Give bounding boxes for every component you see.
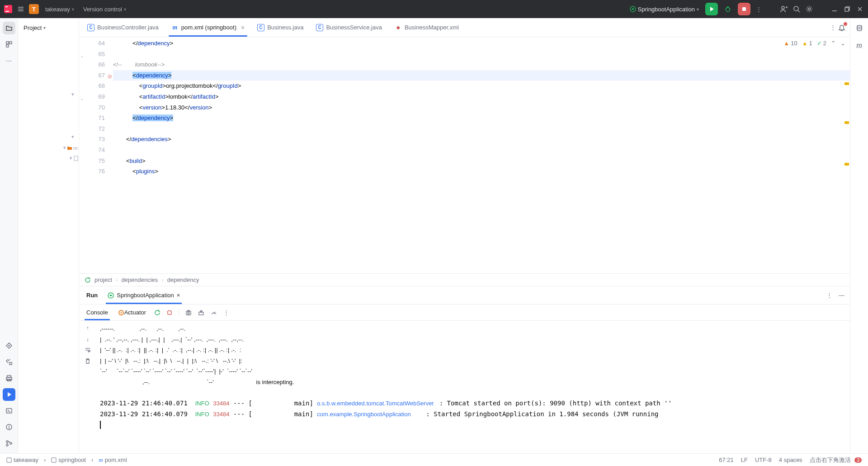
git-tool-icon[interactable] bbox=[3, 437, 15, 450]
database-tool-icon[interactable] bbox=[853, 22, 866, 34]
svg-rect-51 bbox=[7, 458, 11, 462]
maven-tool-icon[interactable]: m bbox=[853, 39, 866, 52]
print-tool-icon[interactable] bbox=[3, 372, 15, 385]
spring-icon bbox=[630, 6, 636, 12]
tab-more-icon[interactable]: ⋮ bbox=[828, 23, 837, 32]
sb-module-takeaway[interactable]: takeaway bbox=[5, 456, 40, 463]
problems-tool-icon[interactable] bbox=[3, 421, 15, 433]
scroll-down-icon[interactable]: ↓ bbox=[86, 336, 90, 342]
terminal-tool-icon[interactable] bbox=[3, 404, 15, 417]
run-config-tab[interactable]: SpringbootApplication × bbox=[106, 286, 182, 304]
sb-line-sep[interactable]: LF bbox=[739, 456, 750, 463]
project-tool-title[interactable]: Project ▾ bbox=[24, 24, 46, 31]
svg-rect-23 bbox=[9, 42, 12, 44]
scroll-up-icon[interactable]: ↑ bbox=[86, 324, 90, 331]
breadcrumbs[interactable]: project› dependencies› dependency bbox=[79, 273, 850, 286]
run-panel: Run SpringbootApplication × ⋮ — Console bbox=[79, 286, 850, 453]
titlebar: T takeaway▾ Version control▾ SpringbootA… bbox=[0, 0, 868, 18]
crumb-project[interactable]: project bbox=[94, 276, 112, 283]
editor-tab[interactable]: CBusinessController.java bbox=[81, 18, 165, 37]
vcs-label: Version control bbox=[83, 6, 122, 13]
more-tool-icon[interactable]: ⋯ bbox=[3, 54, 15, 67]
inspections-widget[interactable]: ▲10 ▲1 ✓2 ⌃ ⌄ bbox=[783, 40, 845, 47]
close-icon[interactable]: × bbox=[177, 292, 180, 299]
export-icon[interactable] bbox=[198, 309, 204, 316]
close-icon[interactable]: × bbox=[241, 24, 245, 31]
svg-point-41 bbox=[120, 312, 122, 313]
marker-strip[interactable] bbox=[844, 37, 850, 273]
svg-rect-19 bbox=[845, 8, 849, 11]
camera-icon[interactable] bbox=[185, 309, 192, 316]
stop-button[interactable] bbox=[738, 3, 750, 15]
play-icon bbox=[708, 6, 715, 12]
trash-icon[interactable] bbox=[85, 358, 91, 364]
code-area[interactable]: 64⌄6566◎6768⌄6970717273747576 </dependen… bbox=[79, 37, 850, 273]
refresh-icon[interactable] bbox=[85, 277, 91, 283]
sb-encoding[interactable]: UTF-8 bbox=[753, 456, 774, 463]
editor-tab[interactable]: CBusinessService.java bbox=[310, 18, 388, 37]
svg-point-50 bbox=[857, 25, 862, 27]
run-tab[interactable]: Run bbox=[85, 286, 99, 304]
tree-fold-icon[interactable]: ▾ bbox=[71, 91, 74, 97]
gauge-icon[interactable] bbox=[211, 309, 217, 316]
actuator-tab[interactable]: Actuator bbox=[116, 304, 148, 320]
sb-indent[interactable]: 4 spaces bbox=[777, 456, 804, 463]
vcs-selector[interactable]: Version control▾ bbox=[80, 6, 129, 13]
sb-file-pom[interactable]: mpom.xml bbox=[97, 456, 129, 464]
main-menu-icon[interactable] bbox=[16, 5, 25, 14]
more-actions-icon[interactable]: ⋮ bbox=[754, 5, 763, 14]
stop-icon[interactable] bbox=[167, 310, 172, 315]
chevron-down-icon: ▾ bbox=[124, 7, 126, 12]
services-tool-icon[interactable] bbox=[3, 339, 15, 352]
build-tool-icon[interactable] bbox=[3, 356, 15, 368]
right-tool-strip: m bbox=[850, 18, 868, 453]
editor-tab[interactable]: mpom.xml (springboot)× bbox=[165, 18, 251, 37]
svg-rect-24 bbox=[6, 45, 9, 47]
project-badge[interactable]: T bbox=[29, 4, 39, 14]
close-icon[interactable] bbox=[855, 5, 864, 14]
project-selector[interactable]: takeaway▾ bbox=[42, 6, 77, 13]
run-more-icon[interactable]: ⋮ bbox=[826, 292, 832, 299]
run-minimize-icon[interactable]: — bbox=[839, 292, 844, 299]
bug-icon bbox=[724, 5, 731, 13]
sb-caret-pos[interactable]: 67:21 bbox=[717, 456, 736, 463]
crumb-dependencies[interactable]: dependencies bbox=[121, 276, 158, 283]
rerun-icon[interactable] bbox=[154, 309, 160, 316]
crumb-dependency[interactable]: dependency bbox=[167, 276, 199, 283]
notifications-icon[interactable] bbox=[837, 23, 846, 32]
project-panel[interactable]: Project ▾ ▾ ▾ ▾ re ▾ bbox=[18, 18, 79, 453]
run-config-selector[interactable]: SpringbootApplication▾ bbox=[627, 6, 702, 13]
editor-tab[interactable]: ◆BusinessMapper.xml bbox=[388, 18, 465, 37]
tree-item[interactable]: ▾ bbox=[70, 155, 79, 161]
svg-point-17 bbox=[808, 8, 811, 10]
project-tool-icon[interactable] bbox=[3, 22, 15, 34]
tab-label: BusinessController.java bbox=[97, 24, 159, 31]
error-icon: ▲ bbox=[783, 40, 789, 47]
run-tool-icon[interactable] bbox=[3, 388, 15, 401]
minimize-icon[interactable] bbox=[830, 5, 839, 14]
gutter[interactable]: 64⌄6566◎6768⌄6970717273747576 bbox=[79, 37, 113, 273]
chevron-up-icon[interactable]: ⌃ bbox=[831, 40, 836, 47]
structure-tool-icon[interactable] bbox=[3, 38, 15, 51]
tab-label: pom.xml (springboot) bbox=[181, 24, 236, 31]
svg-point-26 bbox=[9, 345, 9, 346]
svg-point-8 bbox=[727, 6, 729, 8]
code-with-me-icon[interactable] bbox=[779, 5, 788, 14]
sb-module-springboot[interactable]: springboot bbox=[49, 456, 88, 463]
debug-button[interactable] bbox=[722, 3, 734, 15]
maximize-icon[interactable] bbox=[843, 5, 852, 14]
settings-icon[interactable] bbox=[805, 5, 814, 14]
code-text[interactable]: </dependency><!-- lombook--> <dependency… bbox=[113, 37, 850, 273]
editor-tab[interactable]: CBusiness.java bbox=[251, 18, 310, 37]
console-tab[interactable]: Console bbox=[85, 304, 110, 320]
run-button[interactable] bbox=[705, 3, 718, 15]
typo-count: 2 bbox=[823, 40, 826, 47]
console-toolbar: ↑ ↓ bbox=[79, 321, 96, 453]
console-more-icon[interactable]: ⋮ bbox=[223, 309, 229, 316]
soft-wrap-icon[interactable] bbox=[85, 347, 91, 353]
tree-item[interactable]: ▾ re bbox=[63, 145, 78, 151]
sb-activate[interactable]: 点击右下角激活3 bbox=[808, 456, 863, 464]
console-output[interactable]: ,------. ,--. ,--. ,--. | .--. ' ,--,--.… bbox=[96, 321, 850, 453]
tree-fold-icon[interactable]: ▾ bbox=[71, 134, 74, 140]
search-icon[interactable] bbox=[792, 5, 801, 14]
